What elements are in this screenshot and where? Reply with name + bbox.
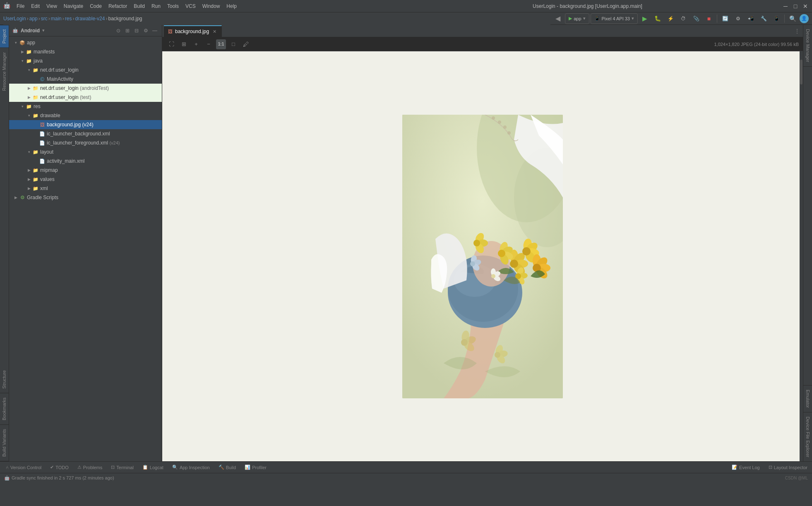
menu-view[interactable]: View	[43, 2, 60, 10]
more-tabs-button[interactable]: ⋮	[791, 25, 803, 37]
tree-item-ic-launcher-fg[interactable]: 📄 ic_launcher_foreground.xml (v24)	[9, 138, 162, 147]
project-tree[interactable]: ▾ 📦 app ▶ 📁 manifests ▾ 📁 java ▾	[9, 36, 162, 461]
vertical-scrollbar[interactable]	[800, 51, 803, 461]
tree-item-ic-launcher-bg[interactable]: 📄 ic_launcher_background.xml	[9, 129, 162, 138]
build-tab[interactable]: 🔨 Build	[214, 462, 240, 473]
zoom-out-button[interactable]: −	[204, 39, 214, 49]
avd-button[interactable]: 📲	[745, 13, 757, 24]
event-log-tab[interactable]: 📝 Event Log	[728, 462, 764, 473]
coverage-button[interactable]: ⚡	[665, 13, 676, 24]
project-tab[interactable]: Project	[0, 25, 9, 48]
gradle-sync-button[interactable]: ⚙	[732, 13, 744, 24]
editor-tab-close[interactable]: ✕	[211, 29, 217, 34]
editor-tab-background[interactable]: 🖼 background.jpg ✕	[164, 25, 222, 37]
breadcrumb-res[interactable]: res	[65, 16, 72, 22]
tree-item-values[interactable]: ▶ 📁 values	[9, 175, 162, 184]
app-inspection-tab[interactable]: 🔍 App Inspection	[168, 462, 214, 473]
tree-item-background-jpg[interactable]: 🖼 background.jpg (v24)	[9, 120, 162, 129]
tree-item-java[interactable]: ▾ 📁 java	[9, 56, 162, 65]
color-picker-button[interactable]: 🖊	[241, 39, 251, 49]
panel-dropdown[interactable]: ▾	[42, 28, 45, 33]
fit-screen-button[interactable]: ⛶	[166, 39, 176, 49]
zoom-in-button[interactable]: +	[191, 39, 201, 49]
expand-all-button[interactable]: ⊞	[124, 27, 131, 34]
menu-edit[interactable]: Edit	[28, 2, 43, 10]
tree-item-layout[interactable]: ▾ 📁 layout	[9, 147, 162, 157]
maximize-button[interactable]: □	[792, 3, 799, 10]
structure-tab[interactable]: Structure	[0, 366, 9, 393]
menu-navigate[interactable]: Navigate	[61, 2, 86, 10]
tree-item-package-main[interactable]: ▾ 📁 net.drf.user_login	[9, 65, 162, 75]
toggle-package-main[interactable]: ▾	[26, 67, 32, 73]
menu-build[interactable]: Build	[131, 2, 148, 10]
device-selector[interactable]: 📱 Pixel 4 API 33 ▾	[591, 13, 638, 24]
toggle-drawable[interactable]: ▾	[26, 112, 32, 119]
device-manager-tab[interactable]: Device Manager	[803, 25, 812, 67]
terminal-tab[interactable]: ⊡ Terminal	[107, 462, 138, 473]
breadcrumb-src[interactable]: src	[41, 16, 48, 22]
emulator-tab[interactable]: Emulator	[803, 385, 812, 412]
breadcrumb-file[interactable]: background.jpg	[108, 16, 142, 22]
sdk-button[interactable]: 🔧	[758, 13, 769, 24]
toggle-package-test[interactable]: ▶	[26, 94, 32, 101]
nav-back-button[interactable]: ◀	[552, 13, 564, 24]
profiler-tab[interactable]: 📊 Profiler	[240, 462, 271, 473]
todo-tab[interactable]: ✔ TODO	[46, 462, 73, 473]
background-toggle-button[interactable]: □	[228, 39, 238, 49]
device-manager-icon[interactable]: 📱	[771, 13, 782, 24]
menu-window[interactable]: Window	[199, 2, 223, 10]
scrollbar-thumb[interactable]	[800, 60, 802, 84]
tree-item-manifests[interactable]: ▶ 📁 manifests	[9, 47, 162, 56]
tree-item-app[interactable]: ▾ 📦 app	[9, 38, 162, 47]
minimize-button[interactable]: ─	[782, 3, 789, 10]
actual-size-button[interactable]: 1:1	[216, 39, 226, 49]
breadcrumb-drawable[interactable]: drawable-v24	[75, 16, 105, 22]
tree-item-xml[interactable]: ▶ 📁 xml	[9, 184, 162, 193]
toggle-values[interactable]: ▶	[26, 176, 32, 183]
hide-panel-button[interactable]: —	[151, 27, 159, 34]
run-button[interactable]: ▶	[639, 13, 651, 24]
bookmarks-tab[interactable]: Bookmarks	[0, 393, 9, 425]
menu-refactor[interactable]: Refactor	[106, 2, 130, 10]
settings-button[interactable]: ⚙	[142, 27, 149, 34]
tree-item-mainactivity[interactable]: © MainActivity	[9, 75, 162, 84]
resource-manager-tab[interactable]: Resource Manager	[0, 48, 9, 95]
toggle-package-androidtest[interactable]: ▶	[26, 85, 32, 92]
collapse-all-button[interactable]: ⊟	[133, 27, 140, 34]
menu-help[interactable]: Help	[223, 2, 240, 10]
breadcrumb-project[interactable]: UserLogin	[3, 16, 26, 22]
debug-button[interactable]: 🐛	[652, 13, 663, 24]
toggle-res[interactable]: ▾	[19, 103, 26, 110]
toggle-layout[interactable]: ▾	[26, 149, 32, 155]
menu-file[interactable]: File	[14, 2, 27, 10]
toggle-manifests[interactable]: ▶	[19, 48, 26, 55]
toggle-mipmap[interactable]: ▶	[26, 167, 32, 173]
tree-item-res[interactable]: ▾ 📁 res	[9, 102, 162, 111]
locate-file-button[interactable]: ⊙	[115, 27, 122, 34]
version-control-tab[interactable]: ⑃ Version Control	[2, 462, 46, 473]
close-button[interactable]: ✕	[802, 3, 809, 10]
profile-button[interactable]: ⏱	[677, 13, 689, 24]
tree-item-package-test[interactable]: ▶ 📁 net.drf.user_login (test)	[9, 93, 162, 102]
breadcrumb-module[interactable]: app	[29, 16, 38, 22]
attach-button[interactable]: 📎	[690, 13, 702, 24]
app-selector[interactable]: ▶ app ▾	[565, 13, 589, 24]
menu-code[interactable]: Code	[87, 2, 105, 10]
tree-item-activity-main[interactable]: 📄 activity_main.xml	[9, 157, 162, 166]
toggle-gradle[interactable]: ▶	[12, 194, 19, 201]
tree-item-mipmap[interactable]: ▶ 📁 mipmap	[9, 166, 162, 175]
tree-item-drawable[interactable]: ▾ 📁 drawable	[9, 111, 162, 120]
stop-button[interactable]: ■	[703, 13, 715, 24]
tree-item-package-androidtest[interactable]: ▶ 📁 net.drf.user_login (androidTest)	[9, 84, 162, 93]
problems-tab[interactable]: ⚠ Problems	[73, 462, 107, 473]
search-everywhere-button[interactable]: 🔍	[787, 13, 798, 24]
toggle-app[interactable]: ▾	[12, 39, 19, 46]
layout-inspector-tab[interactable]: ⊡ Layout Inspector	[764, 462, 812, 473]
build-variants-tab[interactable]: Build Variants	[0, 425, 9, 461]
toggle-xml[interactable]: ▶	[26, 185, 32, 192]
toggle-java[interactable]: ▾	[19, 58, 26, 64]
menu-tools[interactable]: Tools	[164, 2, 182, 10]
tree-item-gradle[interactable]: ▶ ⚙ Gradle Scripts	[9, 193, 162, 202]
sync-button[interactable]: 🔄	[719, 13, 731, 24]
breadcrumb-main[interactable]: main	[51, 16, 62, 22]
